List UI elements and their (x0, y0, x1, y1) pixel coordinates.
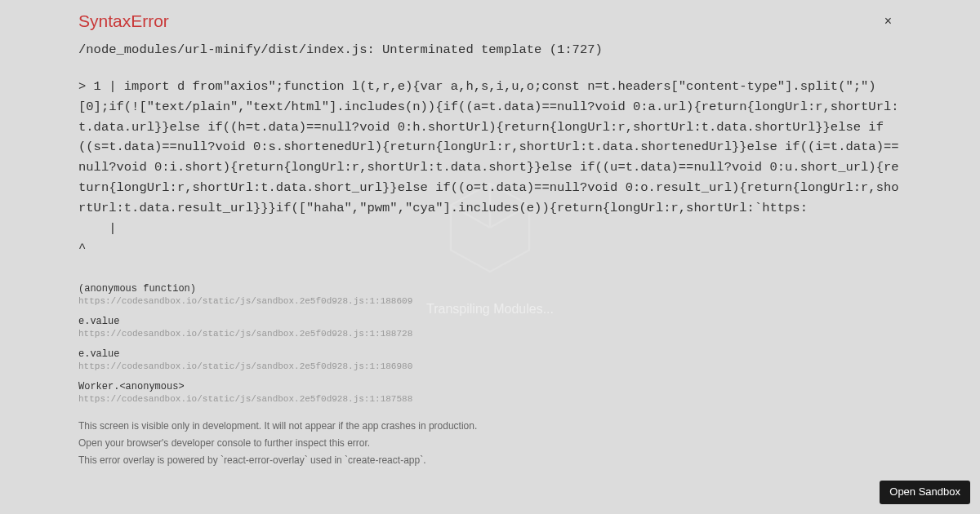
error-code-block: > 1 | import d from"axios";function l(t,… (78, 77, 902, 259)
footer-line: Open your browser's developer console to… (78, 436, 902, 450)
stack-frame-url[interactable]: https://codesandbox.io/static/js/sandbox… (78, 329, 902, 339)
stack-frame-url[interactable]: https://codesandbox.io/static/js/sandbox… (78, 296, 902, 306)
close-button[interactable]: × (884, 15, 892, 28)
stack-frame-url[interactable]: https://codesandbox.io/static/js/sandbox… (78, 394, 902, 404)
error-overlay: × SyntaxError /node_modules/url-minify/d… (0, 0, 980, 514)
footer-line: This error overlay is powered by `react-… (78, 453, 902, 467)
stack-frame-name: e.value (78, 348, 902, 360)
stack-frame-name: e.value (78, 316, 902, 327)
overlay-footer: This screen is visible only in developme… (78, 419, 902, 467)
stack-frame-url[interactable]: https://codesandbox.io/static/js/sandbox… (78, 361, 902, 371)
open-sandbox-button[interactable]: Open Sandbox (880, 481, 970, 504)
error-location: /node_modules/url-minify/dist/index.js: … (78, 42, 902, 57)
stack-frame: e.value https://codesandbox.io/static/js… (78, 316, 902, 339)
stack-frame: Worker.<anonymous> https://codesandbox.i… (78, 381, 902, 404)
stack-frame-name: (anonymous function) (78, 283, 902, 295)
stack-frame-name: Worker.<anonymous> (78, 381, 902, 392)
footer-line: This screen is visible only in developme… (78, 419, 902, 433)
stack-trace-list: (anonymous function) https://codesandbox… (78, 283, 902, 404)
stack-frame: e.value https://codesandbox.io/static/js… (78, 348, 902, 371)
error-title: SyntaxError (78, 11, 902, 31)
stack-frame: (anonymous function) https://codesandbox… (78, 283, 902, 306)
